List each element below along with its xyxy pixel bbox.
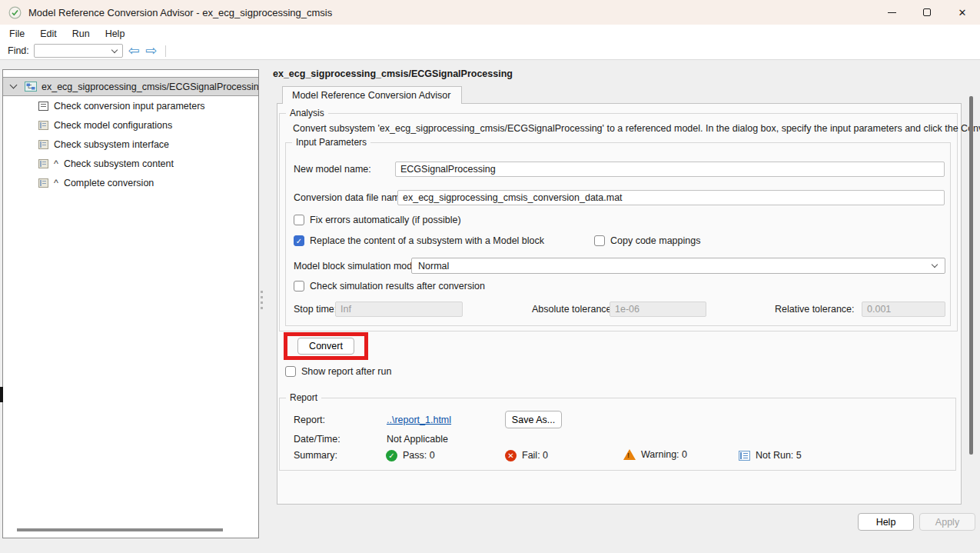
tree-item-label: Check subsystem content xyxy=(64,158,174,169)
find-previous-button[interactable]: ⇦ xyxy=(128,44,140,58)
datetime-label-row: Date/Time: xyxy=(294,431,341,447)
fail-count: Fail: 0 xyxy=(522,450,548,461)
datetime-value-row: Not Applicable xyxy=(387,431,448,447)
help-button[interactable]: Help xyxy=(858,513,914,531)
show-report-row: Show report after run xyxy=(285,366,391,377)
summary-label-row: Summary: xyxy=(294,448,337,463)
model-icon xyxy=(25,82,37,92)
menu-item-edit[interactable]: Edit xyxy=(32,26,65,42)
advisor-content-panel: Analysis Convert subsystem 'ex_ecg_sigpr… xyxy=(277,103,962,505)
warning-count: Warning: 0 xyxy=(641,449,687,460)
find-toolbar: Find: ⇦ ⇨ xyxy=(0,42,980,60)
pass-count: Pass: 0 xyxy=(403,450,435,461)
tree-item-label: Check subsystem interface xyxy=(54,139,169,150)
new-model-name-input[interactable] xyxy=(395,162,945,177)
maximize-button[interactable] xyxy=(909,0,945,25)
stop-time-input[interactable] xyxy=(335,301,463,317)
find-next-button[interactable]: ⇨ xyxy=(145,44,157,58)
input-parameters-legend: Input Parameters xyxy=(292,137,370,148)
title-bar: Model Reference Conversion Advisor - ex_… xyxy=(0,0,980,25)
input-parameters-group: Input Parameters New model name: Convers… xyxy=(285,142,951,326)
close-button[interactable]: ✕ xyxy=(945,0,980,25)
model-reference-conversion-advisor-window: { "window": { "title": "Model Reference … xyxy=(0,0,980,553)
conversion-data-file-input[interactable] xyxy=(397,190,945,205)
tree-item-complete-conversion[interactable]: ^ Complete conversion xyxy=(3,175,258,192)
relative-tolerance-label: Relative tolerance: xyxy=(775,301,855,317)
simulation-mode-value: Normal xyxy=(418,261,449,272)
menu-item-help[interactable]: Help xyxy=(98,26,133,42)
report-link[interactable]: ..\report_1.html xyxy=(387,415,451,425)
tree-root-label: ex_ecg_sigprocessing_cmsis/ECGSignalProc… xyxy=(42,82,258,92)
save-as-button[interactable]: Save As... xyxy=(505,411,562,428)
summary-pass: ✓ Pass: 0 xyxy=(386,448,435,463)
summary-fail: ✕ Fail: 0 xyxy=(505,448,548,463)
close-icon: ✕ xyxy=(958,8,967,18)
report-row: Report: xyxy=(294,412,325,428)
left-edge-tab xyxy=(0,387,3,402)
new-model-name-label: New model name: xyxy=(294,162,371,177)
toolbar-separator xyxy=(165,45,166,57)
check-tree-panel: ex_ecg_sigprocessing_cmsis/ECGSignalProc… xyxy=(2,69,259,538)
check-sim-results-checkbox[interactable] xyxy=(294,281,304,291)
task-icon xyxy=(38,102,48,111)
tree-item-check-conversion-input-parameters[interactable]: Check conversion input parameters xyxy=(3,98,258,115)
tree-item-check-subsystem-content[interactable]: ^ Check subsystem content xyxy=(3,155,258,172)
horizontal-scrollbar[interactable] xyxy=(17,528,223,531)
task-icon xyxy=(38,178,48,188)
datetime-label: Date/Time: xyxy=(294,434,341,445)
report-link-row: ..\report_1.html xyxy=(387,412,451,428)
panel-splitter-handle[interactable] xyxy=(258,291,264,321)
conversion-data-file-label: Conversion data file name: xyxy=(294,190,408,205)
convert-button[interactable]: Convert xyxy=(297,338,354,355)
find-label: Find: xyxy=(8,45,29,56)
tree-item-label: Complete conversion xyxy=(64,178,154,188)
show-report-checkbox[interactable] xyxy=(285,366,296,377)
copy-code-mappings-checkbox[interactable] xyxy=(594,235,605,246)
task-icon xyxy=(38,121,48,130)
apply-button[interactable]: Apply xyxy=(919,513,975,531)
app-check-icon xyxy=(8,6,22,19)
convert-highlight-annotation: Convert xyxy=(284,332,368,360)
menu-item-run[interactable]: Run xyxy=(65,26,98,42)
menu-bar: File Edit Run Help xyxy=(0,25,980,42)
tree-item-check-model-configurations[interactable]: Check model configurations xyxy=(3,117,258,134)
replace-content-checkbox[interactable]: ✓ xyxy=(294,235,304,246)
fix-errors-label: Fix errors automatically (if possible) xyxy=(310,215,461,225)
fix-errors-row: Fix errors automatically (if possible) xyxy=(294,215,461,225)
datetime-value: Not Applicable xyxy=(387,434,448,445)
replace-content-label: Replace the content of a subsystem with … xyxy=(310,235,544,246)
relative-tolerance-input[interactable] xyxy=(862,301,945,317)
pass-icon: ✓ xyxy=(386,450,397,461)
tab-model-reference-conversion-advisor[interactable]: Model Reference Conversion Advisor xyxy=(282,86,462,104)
check-sim-results-row: Check simulation results after conversio… xyxy=(294,281,485,291)
subsystem-path-heading: ex_ecg_sigprocessing_cmsis/ECGSignalProc… xyxy=(273,68,513,79)
simulation-mode-label: Model block simulation mode: xyxy=(294,258,420,274)
check-sim-results-label: Check simulation results after conversio… xyxy=(310,281,485,291)
replace-content-row: ✓ Replace the content of a subsystem wit… xyxy=(294,235,544,246)
minimize-button[interactable] xyxy=(874,0,909,25)
report-group: Report Report: ..\report_1.html Save As.… xyxy=(279,398,956,471)
simulation-mode-select[interactable]: Normal xyxy=(411,258,945,274)
chevron-down-icon[interactable] xyxy=(10,82,18,89)
find-combobox[interactable] xyxy=(34,44,123,58)
summary-warning: ! Warning: 0 xyxy=(623,447,687,462)
check-icon: ✓ xyxy=(296,237,302,245)
analysis-legend: Analysis xyxy=(286,108,328,118)
chevron-down-icon xyxy=(111,46,118,52)
tree-item-label: Check model configurations xyxy=(54,120,172,131)
chevron-down-icon xyxy=(932,262,938,268)
report-label: Report: xyxy=(294,415,325,425)
maximize-icon xyxy=(923,8,931,16)
not-run-count: Not Run: 5 xyxy=(756,450,802,461)
absolute-tolerance-input[interactable] xyxy=(610,301,706,317)
window-title: Model Reference Conversion Advisor - ex_… xyxy=(28,7,332,18)
copy-code-mappings-label: Copy code mappings xyxy=(610,235,700,246)
menu-item-file[interactable]: File xyxy=(2,26,32,42)
not-run-icon xyxy=(739,451,750,461)
tree-item-check-subsystem-interface[interactable]: Check subsystem interface xyxy=(3,136,258,153)
main-area: ex_ecg_sigprocessing_cmsis/ECGSignalProc… xyxy=(0,60,980,553)
vertical-scrollbar-thumb[interactable] xyxy=(969,96,973,455)
task-icon xyxy=(38,140,48,149)
fix-errors-checkbox[interactable] xyxy=(294,215,304,225)
tree-root-item[interactable]: ex_ecg_sigprocessing_cmsis/ECGSignalProc… xyxy=(3,77,258,96)
